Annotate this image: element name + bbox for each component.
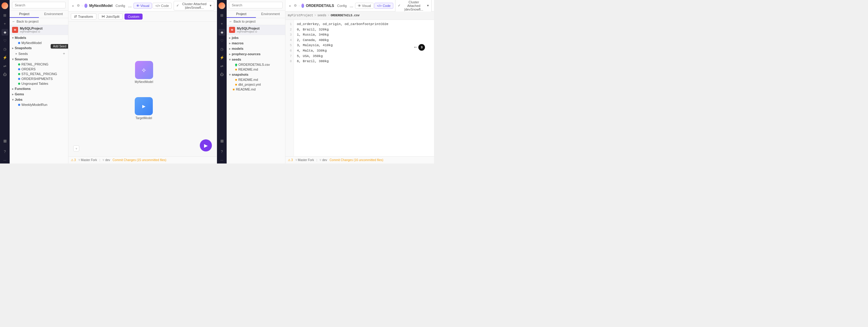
sidebar-icon-heart[interactable]: ♡ bbox=[1, 37, 8, 44]
sidebar-icon-question[interactable]: ? bbox=[1, 148, 8, 155]
app-logo[interactable] bbox=[1, 2, 8, 9]
breadcrumb-part1[interactable]: myFirstProject bbox=[288, 14, 313, 17]
source-ordershipments[interactable]: ORDERSHIPMENTS bbox=[10, 76, 68, 81]
left-search-input[interactable] bbox=[12, 2, 66, 8]
settings-icon-left[interactable]: ⚙ bbox=[77, 4, 80, 7]
right-sidebar-icon-diagram[interactable]: ◈ bbox=[218, 29, 225, 36]
right-code-button[interactable]: </> Code bbox=[374, 3, 393, 9]
source-orders[interactable]: ORDERS bbox=[10, 67, 68, 71]
left-config-button[interactable]: Config bbox=[114, 3, 126, 8]
functions-section[interactable]: ▸ Functions bbox=[10, 86, 68, 91]
right-prophecy-label: prophecy-sources bbox=[232, 52, 260, 56]
add-seed-button[interactable]: + bbox=[62, 51, 66, 56]
right-sidebar-icon-heart[interactable]: ♡ bbox=[218, 37, 225, 44]
left-env-tab[interactable]: Environment bbox=[39, 10, 68, 18]
source-stg-retail[interactable]: STG_RETAIL_PRICING bbox=[10, 71, 68, 76]
mynextmodel-label: MyNextModel bbox=[22, 41, 41, 44]
source-retail-pricing[interactable]: RETAIL_PRICING bbox=[10, 62, 68, 67]
source-ungrouped[interactable]: Ungrouped Tables bbox=[10, 81, 68, 86]
orderdetails-file-item[interactable]: ● ORDERDETAILS.csv ← 4 bbox=[227, 62, 285, 67]
cluster-arrow: ▾ bbox=[210, 4, 212, 7]
right-sidebar-icon-plus[interactable]: + bbox=[218, 21, 225, 27]
right-search-input[interactable] bbox=[229, 2, 283, 8]
sidebar-icon-ellipsis[interactable]: ··· bbox=[1, 157, 8, 164]
right-sidebar-icon-grid[interactable]: ⊞ bbox=[218, 12, 225, 19]
gems-section[interactable]: ▸ Gems bbox=[10, 91, 68, 97]
right-app-logo[interactable] bbox=[218, 2, 225, 9]
right-sidebar-icon-activity[interactable]: ⚡ bbox=[218, 54, 225, 61]
code-content[interactable]: od_orderkey, od_origin, od_carbonfootpri… bbox=[294, 20, 434, 156]
right-prophecy-section[interactable]: ▸ prophecy-sources bbox=[227, 51, 285, 57]
right-sidebar-icon-table[interactable]: ▦ bbox=[218, 138, 225, 144]
seeds-label: Seeds bbox=[19, 52, 28, 56]
sidebar-icon-power[interactable]: ⏻ bbox=[1, 71, 8, 78]
right-jobs-section[interactable]: ▸ jobs bbox=[227, 35, 285, 40]
left-dots-button[interactable]: ... bbox=[128, 3, 132, 8]
left-collapse-button[interactable]: « bbox=[71, 3, 75, 8]
right-back-to-project[interactable]: ← Back to project bbox=[227, 18, 285, 25]
right-macros-section[interactable]: ▸ macros bbox=[227, 40, 285, 46]
sidebar-icon-activity[interactable]: ⚡ bbox=[1, 54, 8, 61]
sidebar-icon-grid[interactable]: ⊞ bbox=[1, 12, 8, 19]
right-sidebar-icon-power[interactable]: ⏻ bbox=[218, 71, 225, 78]
right-settings-icon[interactable]: ⚙ bbox=[294, 4, 297, 7]
join-split-button[interactable]: ⋈ Join/Split bbox=[98, 13, 123, 20]
seeds-section[interactable]: ▸ Seeds + bbox=[10, 51, 68, 56]
dbt-project-item[interactable]: ■ dbt_project.yml bbox=[227, 82, 285, 87]
sidebar-icon-diagram[interactable]: ◈ bbox=[1, 29, 8, 36]
right-sidebar-icon-question[interactable]: ? bbox=[218, 148, 225, 155]
right-sidebar-icon-clock[interactable]: ◷ bbox=[218, 46, 225, 53]
right-project-info: M MySQLProject myFirstProject ⊙ bbox=[227, 25, 285, 35]
right-models-section[interactable]: ▸ models bbox=[227, 46, 285, 51]
targetmodel-node[interactable]: ▶ TargetModel bbox=[135, 97, 153, 120]
sidebar-icon-table[interactable]: ▦ bbox=[1, 138, 8, 144]
code-line: 0, Brazil, 320kg bbox=[297, 27, 431, 33]
left-back-to-project[interactable]: ← Back to project bbox=[10, 18, 68, 25]
minimap-button[interactable]: ▿ bbox=[73, 145, 79, 151]
sidebar-icon-plus[interactable]: + bbox=[1, 21, 8, 27]
left-file-sidebar: Project Environment ← Back to project M … bbox=[10, 0, 68, 164]
left-project-tab[interactable]: Project bbox=[10, 10, 39, 18]
play-button[interactable]: ▶ bbox=[200, 139, 212, 151]
breadcrumb-part3[interactable]: ORDERDETAILS.csv bbox=[331, 14, 360, 17]
left-canvas[interactable]: ⟡ MyNextModel ▶ TargetModel ▶ ▿ bbox=[68, 22, 217, 156]
right-seeds-section[interactable]: ▾ seeds bbox=[227, 57, 285, 62]
branch-icon: ⑂ bbox=[102, 158, 104, 162]
mynextmodel-node[interactable]: ⟡ MyNextModel bbox=[135, 61, 153, 84]
right-cluster-button[interactable]: ✓ Cluster Attached |devSnowfl... ▾ bbox=[395, 0, 432, 12]
breadcrumb-part2[interactable]: seeds bbox=[317, 14, 327, 17]
gems-chevron: ▸ bbox=[12, 93, 13, 96]
right-project-tab[interactable]: Project bbox=[227, 10, 256, 18]
right-dots-button[interactable]: ... bbox=[350, 3, 353, 8]
root-readme-item[interactable]: ■ README.md bbox=[227, 87, 285, 92]
sidebar-icon-clock[interactable]: ◷ bbox=[1, 46, 8, 53]
right-code-icon: </> bbox=[377, 4, 382, 7]
right-env-tab[interactable]: Environment bbox=[256, 10, 285, 18]
code-line: 5, USA, 350kg bbox=[297, 54, 431, 59]
custom-button[interactable]: Custom bbox=[124, 13, 143, 20]
right-sidebar-icon-ellipsis[interactable]: ··· bbox=[218, 157, 225, 164]
right-project-name: MySQLProject bbox=[237, 27, 259, 30]
left-visual-button[interactable]: 👁 Visual bbox=[133, 3, 152, 9]
right-visual-button[interactable]: 👁 Visual bbox=[355, 3, 374, 9]
sources-section[interactable]: ▾ Sources bbox=[10, 56, 68, 62]
right-snapshots-section[interactable]: ▾ snapshots bbox=[227, 72, 285, 77]
right-sidebar-icon-connect[interactable]: ⇌ bbox=[218, 63, 225, 69]
left-code-button[interactable]: </> Code bbox=[153, 3, 172, 9]
right-config-button[interactable]: Config bbox=[336, 3, 348, 8]
left-commit-link[interactable]: Commit Changes (15 uncommitted files) bbox=[113, 158, 166, 162]
jobs-section[interactable]: ▾ Jobs bbox=[10, 97, 68, 102]
right-collapse-button[interactable]: « bbox=[288, 3, 292, 8]
transform-button[interactable]: ⇄ Transform bbox=[71, 13, 96, 20]
target-node-icon: ▶ bbox=[142, 104, 146, 109]
job-weekly[interactable]: WeeklyModelRun bbox=[10, 102, 68, 107]
models-chevron: ▾ bbox=[12, 36, 13, 39]
right-top-bar: « ⚙ · ORDERDETAILS Config ... 👁 Visual <… bbox=[285, 0, 434, 11]
root-readme-label: README.md bbox=[236, 88, 255, 91]
sidebar-icon-connect[interactable]: ⇌ bbox=[1, 63, 8, 69]
models-section[interactable]: ▾ Models bbox=[10, 35, 68, 40]
right-commit-link[interactable]: Commit Changes (16 uncommitted files) bbox=[330, 158, 383, 162]
left-cluster-button[interactable]: ✓ Cluster Attached |devSnowfl... ▾ bbox=[174, 1, 214, 10]
snapshots-readme-item[interactable]: ■ README.md bbox=[227, 77, 285, 82]
seeds-readme-item[interactable]: ■ README.md bbox=[227, 67, 285, 72]
